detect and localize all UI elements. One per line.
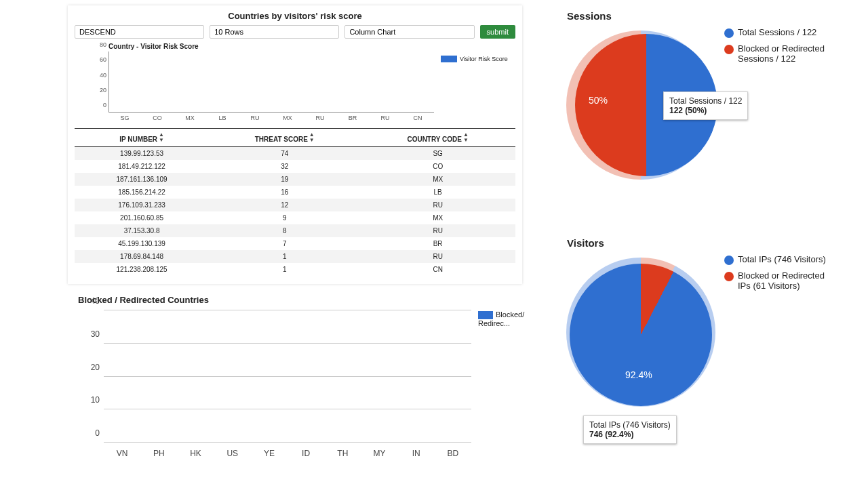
sort-icon: ▲▼ bbox=[159, 132, 164, 143]
table-row[interactable]: 181.49.212.12232CO bbox=[75, 160, 515, 173]
x-tick: VN bbox=[104, 446, 140, 460]
x-tick: PH bbox=[140, 446, 177, 460]
legend-item[interactable]: Blocked or Redirected IPs (61 Visitors) bbox=[724, 270, 833, 291]
x-tick: MX bbox=[271, 115, 304, 123]
x-tick: BR bbox=[336, 115, 369, 123]
legend-item[interactable]: Total Sessions / 122 bbox=[724, 27, 833, 38]
table-row[interactable]: 139.99.123.5374SG bbox=[75, 147, 515, 161]
x-tick: CN bbox=[401, 115, 434, 123]
table-row[interactable]: 45.199.130.1397BR bbox=[75, 237, 515, 250]
table-row[interactable]: 178.69.84.1481RU bbox=[75, 250, 515, 263]
tooltip-line2: 122 (50%) bbox=[669, 106, 742, 115]
x-tick: ID bbox=[288, 446, 324, 460]
slice-92-label: 92.4% bbox=[625, 369, 652, 380]
x-tick: CO bbox=[141, 115, 174, 123]
x-tick: YE bbox=[251, 446, 288, 460]
x-tick: BD bbox=[435, 446, 471, 460]
col-ip[interactable]: IP NUMBER▲▼ bbox=[75, 129, 209, 147]
sessions-tooltip: Total Sessions / 122 122 (50%) bbox=[663, 92, 748, 120]
x-tick: MY bbox=[361, 446, 397, 460]
chart-type-select[interactable] bbox=[344, 25, 474, 39]
visitors-title: Visitors bbox=[567, 237, 848, 249]
sessions-section: Sessions 50% Total Sessions / 122 122 (5… bbox=[563, 10, 848, 183]
col-cc[interactable]: COUNTRY CODE▲▼ bbox=[360, 129, 515, 147]
x-tick: RU bbox=[369, 115, 401, 123]
sessions-pie-chart: 50% Total Sessions / 122 122 (50%) bbox=[563, 27, 719, 183]
rows-select[interactable] bbox=[210, 25, 339, 39]
sort-icon: ▲▼ bbox=[463, 132, 469, 143]
x-tick: RU bbox=[304, 115, 336, 123]
risk-chart-legend: Visitor Risk Score bbox=[441, 56, 515, 62]
sessions-title: Sessions bbox=[567, 10, 848, 22]
risk-table: IP NUMBER▲▼ THREAT SCORE▲▼ COUNTRY CODE▲… bbox=[75, 128, 515, 276]
table-row[interactable]: 185.156.214.2216LB bbox=[75, 186, 515, 199]
legend-dot-icon bbox=[724, 45, 734, 54]
risk-controls: submit bbox=[75, 25, 515, 39]
tooltip-line1: Total Sessions / 122 bbox=[669, 96, 742, 106]
x-tick: SG bbox=[108, 115, 141, 123]
legend-dot-icon bbox=[724, 256, 734, 265]
x-tick: IN bbox=[398, 446, 435, 460]
x-tick: MX bbox=[174, 115, 206, 123]
legend-label: Blocked or Redirected Sessions / 122 bbox=[738, 43, 833, 64]
blocked-legend: Blocked/ Redirec... bbox=[478, 310, 532, 327]
tooltip-line2: 746 (92.4%) bbox=[589, 430, 671, 439]
legend-dot-icon bbox=[724, 28, 734, 38]
x-tick: HK bbox=[177, 446, 214, 460]
table-row[interactable]: 37.153.30.88RU bbox=[75, 224, 515, 237]
table-row[interactable]: 201.160.60.859MX bbox=[75, 211, 515, 224]
risk-bar-chart: 020406080 SGCOMXLBRUMXRUBRRUCN Visitor R… bbox=[75, 52, 515, 123]
tooltip-line1: Total IPs (746 Visitors) bbox=[589, 420, 671, 430]
blocked-title: Blocked / Redirected Countries bbox=[78, 295, 532, 305]
blocked-bar-chart: 010203040 VNPHHKUSYEIDTHMYINBD Blocked/ … bbox=[78, 310, 532, 460]
x-tick: US bbox=[214, 446, 251, 460]
submit-button[interactable]: submit bbox=[480, 25, 515, 39]
slice-50-label: 50% bbox=[589, 95, 608, 106]
visitors-section: Visitors 92.4% Total IPs (746 Visitors) … bbox=[563, 237, 848, 410]
x-tick: LB bbox=[206, 115, 239, 123]
legend-label: Total Sessions / 122 bbox=[738, 27, 816, 37]
legend-label: Visitor Risk Score bbox=[460, 56, 508, 62]
sessions-legend: Total Sessions / 122Blocked or Redirecte… bbox=[724, 27, 833, 69]
legend-label: Blocked or Redirected IPs (61 Visitors) bbox=[738, 270, 833, 291]
legend-item[interactable]: Total IPs (746 Visitors) bbox=[724, 254, 833, 265]
x-tick: RU bbox=[239, 115, 271, 123]
x-tick: TH bbox=[324, 446, 361, 460]
table-row[interactable]: 176.109.31.23312RU bbox=[75, 199, 515, 211]
visitors-tooltip: Total IPs (746 Visitors) 746 (92.4%) bbox=[583, 415, 677, 444]
mini-chart-title: Country - Visitor Risk Score bbox=[108, 43, 515, 50]
table-row[interactable]: 187.161.136.10919MX bbox=[75, 173, 515, 186]
visitors-pie-chart: 92.4% Total IPs (746 Visitors) 746 (92.4… bbox=[563, 254, 719, 410]
legend-label: Total IPs (746 Visitors) bbox=[738, 254, 826, 264]
risk-score-panel: Countries by visitors' risk score submit… bbox=[68, 5, 522, 284]
blocked-countries-panel: Blocked / Redirected Countries 010203040… bbox=[78, 295, 532, 460]
legend-item[interactable]: Blocked or Redirected Sessions / 122 bbox=[724, 43, 833, 64]
visitors-legend: Total IPs (746 Visitors)Blocked or Redir… bbox=[724, 254, 833, 296]
table-row[interactable]: 121.238.208.1251CN bbox=[75, 263, 515, 276]
legend-dot-icon bbox=[724, 272, 734, 281]
sort-select[interactable] bbox=[75, 25, 204, 39]
col-score[interactable]: THREAT SCORE▲▼ bbox=[209, 129, 360, 147]
sort-icon: ▲▼ bbox=[309, 132, 315, 143]
risk-panel-title: Countries by visitors' risk score bbox=[75, 11, 515, 21]
